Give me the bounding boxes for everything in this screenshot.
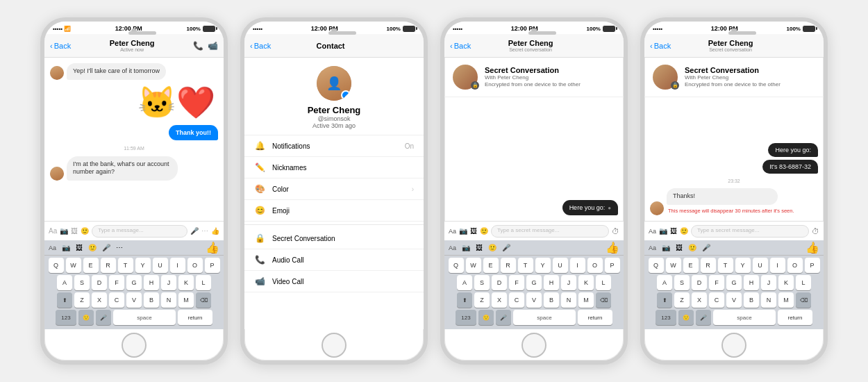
key-4-K[interactable]: K [778,275,794,290]
key-4-N[interactable]: N [761,292,776,308]
key-Y[interactable]: Y [135,258,151,273]
key-3-O[interactable]: O [587,258,603,273]
key-H[interactable]: H [144,275,159,290]
key-W[interactable]: W [66,258,81,273]
emoji-btn-4[interactable]: 🙂 [680,227,688,235]
key-4-Q[interactable]: Q [649,258,664,273]
image-icon-1[interactable]: 🖼 [71,227,78,235]
secret-message-input-4[interactable]: Type a secret message... [691,225,809,238]
menu-color[interactable]: 🎨 Color › [244,178,424,200]
key-B[interactable]: B [144,292,159,308]
back-button-1[interactable]: ‹Back [50,42,71,50]
key-3-U[interactable]: U [553,258,568,273]
key-3-M[interactable]: M [578,292,594,308]
key-3-A[interactable]: A [457,275,472,290]
key-3-T[interactable]: T [518,258,533,273]
key-X[interactable]: X [92,292,107,308]
kb-sticker-3[interactable]: 🙂 [488,244,496,251]
back-button-4[interactable]: ‹Back [650,42,671,50]
key-mic[interactable]: 🎤 [96,310,111,325]
key-3-G[interactable]: G [526,275,542,290]
key-4-M[interactable]: M [778,292,794,308]
key-4-E[interactable]: E [683,258,699,273]
video-icon-1[interactable]: 📹 [208,41,218,51]
menu-notifications[interactable]: 🔔 Notifications On [244,135,424,157]
key-4-O[interactable]: O [787,258,803,273]
key-E[interactable]: E [83,258,99,273]
kb-img-3[interactable]: 🖼 [476,244,483,251]
key-space[interactable]: space [113,310,176,325]
img-icon-4[interactable]: 🖼 [670,227,677,235]
kb-cam[interactable]: 📷 [62,244,70,251]
key-3-B[interactable]: B [544,292,559,308]
key-4-J[interactable]: J [761,275,776,290]
key-3-shift[interactable]: ⬆ [457,292,472,308]
key-3-Z[interactable]: Z [474,292,490,308]
key-3-F[interactable]: F [509,275,524,290]
key-4-R[interactable]: R [701,258,716,273]
key-3-V[interactable]: V [526,292,542,308]
menu-secret[interactable]: 🔒 Secret Conversation [244,228,424,249]
key-4-H[interactable]: H [744,275,759,290]
key-3-H[interactable]: H [544,275,559,290]
key-4-123[interactable]: 123 [656,310,676,325]
kb-aa[interactable]: Aa [49,244,56,251]
secret-message-input-3[interactable]: Type a secret message... [491,225,609,238]
mic-icon-1[interactable]: 🎤 [190,227,199,235]
key-T[interactable]: T [118,258,133,273]
key-M[interactable]: M [178,292,194,308]
kb-cam-4[interactable]: 📷 [662,244,670,251]
key-J[interactable]: J [161,275,176,290]
home-button-3[interactable] [521,333,546,358]
thumb-icon-1[interactable]: 👍 [211,227,219,235]
key-U[interactable]: U [153,258,168,273]
key-123[interactable]: 123 [56,310,76,325]
home-button-1[interactable] [122,333,147,358]
img-icon-3[interactable]: 🖼 [470,227,477,235]
key-emoji[interactable]: 🙂 [78,310,94,325]
menu-emoji[interactable]: 😊 Emoji [244,200,424,222]
menu-nicknames[interactable]: ✏️ Nicknames [244,157,424,178]
key-V[interactable]: V [126,292,142,308]
key-4-V[interactable]: V [726,292,742,308]
key-G[interactable]: G [126,275,142,290]
key-4-S[interactable]: S [674,275,690,290]
key-3-E[interactable]: E [483,258,499,273]
kb-cam-3[interactable]: 📷 [462,244,470,251]
kb-mic[interactable]: 🎤 [102,244,110,251]
key-3-D[interactable]: D [492,275,507,290]
camera-icon-1[interactable]: 📷 [60,227,68,235]
key-4-mic[interactable]: 🎤 [696,310,711,325]
home-button-4[interactable] [721,333,746,358]
key-3-Y[interactable]: Y [535,258,551,273]
kb-sticker[interactable]: 🙂 [88,244,97,251]
key-3-N[interactable]: N [561,292,576,308]
key-3-emoji[interactable]: 🙂 [478,310,494,325]
kb-img[interactable]: 🖼 [76,244,83,251]
cam-icon-4[interactable]: 📷 [659,227,667,235]
key-3-Q[interactable]: Q [449,258,464,273]
key-S[interactable]: S [74,275,90,290]
key-K[interactable]: K [178,275,194,290]
key-4-Z[interactable]: Z [674,292,690,308]
key-3-C[interactable]: C [509,292,524,308]
key-4-B[interactable]: B [744,292,759,308]
key-R[interactable]: R [101,258,116,273]
key-4-F[interactable]: F [709,275,724,290]
kb-aa-3[interactable]: Aa [449,244,456,251]
key-A[interactable]: A [57,275,72,290]
key-Q[interactable]: Q [49,258,64,273]
key-4-L[interactable]: L [796,275,811,290]
key-3-S[interactable]: S [474,275,490,290]
key-4-space[interactable]: space [713,310,776,325]
key-3-I[interactable]: I [570,258,585,273]
key-4-C[interactable]: C [709,292,724,308]
key-4-P[interactable]: P [805,258,820,273]
key-4-return[interactable]: return [778,310,812,325]
home-button-2[interactable] [322,333,347,358]
key-3-P[interactable]: P [605,258,620,273]
kb-img-4[interactable]: 🖼 [676,244,683,251]
kb-aa-4[interactable]: Aa [649,244,656,251]
kb-sticker-4[interactable]: 🙂 [688,244,696,251]
kb-mic-3[interactable]: 🎤 [502,244,510,251]
